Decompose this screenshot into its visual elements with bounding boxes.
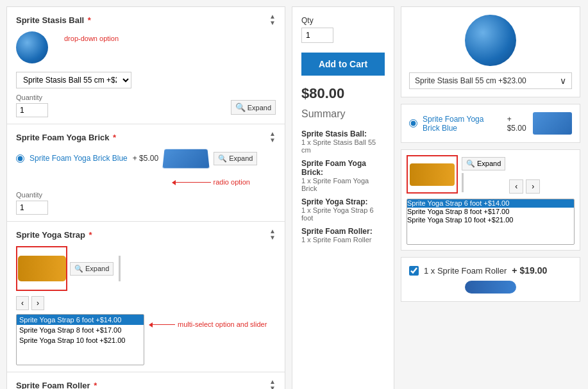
carousel-prev-btn[interactable]: ‹	[16, 296, 29, 310]
right-strap-separator	[462, 173, 464, 192]
right-strap-card: 🔍 Expand ‹ › Sprite Yoga Strap 6 foot +$…	[401, 149, 580, 251]
cart-qty-section: Qty	[301, 16, 385, 43]
right-brick-radio[interactable]	[409, 119, 417, 128]
right-ball-select[interactable]: Sprite Stasis Ball 55 cm +$23.00 ∨	[409, 72, 572, 89]
expand-icon-2: 🔍	[218, 154, 227, 163]
summary-item-3: Sprite Yoga Strap: 1 x Sprite Yoga Strap…	[301, 197, 385, 222]
carousel-next-btn[interactable]: ›	[31, 296, 44, 310]
summary-items-list: Sprite Stasis Ball: 1 x Sprite Stasis Ba…	[301, 129, 385, 249]
expand-icon-3: 🔍	[74, 265, 83, 273]
right-ball-select-text: Sprite Stasis Ball 55 cm +$23.00	[415, 76, 526, 85]
cart-summary-panel: Qty Add to Cart $80.00 Summary Sprite St…	[292, 6, 394, 389]
right-carousel-next[interactable]: ›	[526, 179, 540, 194]
yoga-strap-multiselect[interactable]: Sprite Yoga Strap 6 foot +$14.00 Sprite …	[16, 314, 144, 365]
foam-yoga-brick-section: Sprite Foam Yoga Brick * ▲ ▼ Sprite Foam…	[7, 124, 285, 222]
ball-circle-shape	[16, 31, 48, 63]
expand-icon: 🔍	[235, 103, 246, 112]
summary-item-4: Sprite Foam Roller: 1 x Sprite Foam Roll…	[301, 227, 385, 244]
strap-option-3: Sprite Yoga Strap 10 foot +$21.00	[17, 335, 144, 345]
right-strap-expand-btn[interactable]: 🔍 Expand	[462, 157, 505, 170]
foam-brick-image	[163, 149, 210, 169]
foam-brick-expand-btn[interactable]: 🔍 Expand	[214, 152, 257, 165]
multi-select-annotation: multi-select option and slider	[149, 320, 267, 328]
yoga-strap-sort[interactable]: ▲ ▼	[269, 228, 276, 241]
right-roller-label: 1 x Sprite Foam Roller	[424, 266, 507, 276]
stasis-ball-qty-input[interactable]	[16, 103, 48, 117]
right-strap-opt-1: Sprite Yoga Strap 6 foot +$14.00	[407, 199, 574, 208]
cart-qty-label: Qty	[301, 16, 385, 25]
summary-item-1: Sprite Stasis Ball: 1 x Sprite Stasis Ba…	[301, 129, 385, 154]
left-product-panel: Sprite Stasis Ball * ▲ ▼ drop-down optio…	[6, 6, 285, 389]
right-brick-card: Sprite Foam Yoga Brick Blue + $5.00	[401, 104, 580, 143]
add-to-cart-button[interactable]: Add to Cart	[301, 53, 385, 76]
right-roller-checkbox[interactable]	[409, 266, 419, 276]
summary-item-2-detail: 1 x Sprite Foam Yoga Brick	[301, 177, 385, 192]
stasis-ball-sort[interactable]: ▲ ▼	[269, 13, 276, 26]
strap-option-1: Sprite Yoga Strap 6 foot +$14.00	[17, 315, 144, 325]
summary-item-4-title: Sprite Foam Roller:	[301, 227, 385, 236]
summary-item-1-detail: 1 x Sprite Stasis Ball 55 cm	[301, 138, 385, 154]
right-carousel-controls: ‹ ›	[509, 179, 540, 194]
summary-title: Summary	[301, 108, 385, 120]
foam-roller-sort[interactable]: ▲ ▼	[269, 379, 276, 389]
right-strap-opt-3: Sprite Yoga Strap 10 foot +$21.00	[407, 216, 574, 224]
foam-brick-sort[interactable]: ▲ ▼	[269, 131, 276, 144]
yoga-strap-title: Sprite Yoga Strap *	[16, 230, 92, 240]
right-strap-opt-2: Sprite Yoga Strap 8 foot +$17.00	[407, 208, 574, 216]
summary-item-1-title: Sprite Stasis Ball:	[301, 129, 385, 138]
stasis-ball-section: Sprite Stasis Ball * ▲ ▼ drop-down optio…	[7, 7, 285, 124]
right-strap-multiselect[interactable]: Sprite Yoga Strap 6 foot +$14.00 Sprite …	[407, 199, 575, 245]
right-roller-card: 1 x Sprite Foam Roller + $19.00	[401, 257, 580, 302]
summary-item-3-title: Sprite Yoga Strap:	[301, 197, 385, 206]
expand-icon-right: 🔍	[466, 160, 475, 168]
summary-item-2: Sprite Foam Yoga Brick: 1 x Sprite Foam …	[301, 159, 385, 192]
right-detail-panel: Sprite Stasis Ball 55 cm +$23.00 ∨ Sprit…	[401, 6, 580, 389]
right-brick-label: Sprite Foam Yoga Brick Blue	[423, 115, 502, 133]
yoga-strap-expand-btn[interactable]: 🔍 Expand	[70, 262, 113, 276]
foam-brick-radio[interactable]	[16, 154, 24, 163]
stasis-ball-title: Sprite Stasis Ball *	[16, 15, 91, 25]
right-roller-price: + $19.00	[512, 265, 547, 276]
foam-yoga-brick-title: Sprite Foam Yoga Brick *	[16, 133, 116, 142]
yoga-strap-thumbnail	[16, 246, 67, 291]
stasis-ball-image	[16, 31, 51, 67]
right-ball-card: Sprite Stasis Ball 55 cm +$23.00 ∨	[401, 6, 580, 97]
right-carousel-prev[interactable]: ‹	[509, 179, 523, 194]
foam-roller-title: Sprite Foam Roller *	[16, 381, 97, 390]
summary-item-4-detail: 1 x Sprite Foam Roller	[301, 236, 385, 244]
strap-shape	[18, 256, 66, 281]
right-brick-radio-row: Sprite Foam Yoga Brick Blue + $5.00	[409, 112, 572, 135]
right-roller-image	[465, 281, 516, 294]
right-ball-circle	[465, 15, 516, 66]
right-strap-shape	[410, 163, 455, 186]
foam-brick-price: + $5.00	[133, 154, 158, 163]
foam-brick-qty-label: Quantity	[16, 191, 276, 199]
strap-option-2: Sprite Yoga Strap 8 foot +$17.00	[17, 325, 144, 335]
radio-option-annotation: radio option	[16, 178, 276, 186]
cart-qty-input[interactable]	[301, 28, 333, 43]
total-price: $80.00	[301, 85, 385, 102]
stasis-ball-select[interactable]: Sprite Stasis Ball 55 cm +$23.00 Sprite …	[16, 72, 131, 88]
right-brick-image	[533, 112, 572, 135]
drop-down-annotation: drop-down option	[64, 35, 119, 42]
strap-separator	[119, 256, 121, 281]
summary-item-3-detail: 1 x Sprite Yoga Strap 6 foot	[301, 206, 385, 222]
foam-roller-section: Sprite Foam Roller * ▲ ▼ 1 x Sprite Foam…	[7, 372, 285, 389]
right-brick-price: + $5.00	[507, 115, 528, 133]
foam-brick-radio-label: Sprite Foam Yoga Brick Blue	[29, 154, 128, 163]
right-strap-thumbnail	[407, 155, 458, 194]
summary-item-2-title: Sprite Foam Yoga Brick:	[301, 159, 385, 177]
stasis-ball-expand-btn[interactable]: 🔍 Expand	[231, 100, 276, 115]
yoga-strap-section: Sprite Yoga Strap * ▲ ▼ 🔍 Expand	[7, 222, 285, 372]
chevron-down-icon: ∨	[560, 76, 566, 86]
foam-brick-qty-input[interactable]	[16, 201, 48, 215]
